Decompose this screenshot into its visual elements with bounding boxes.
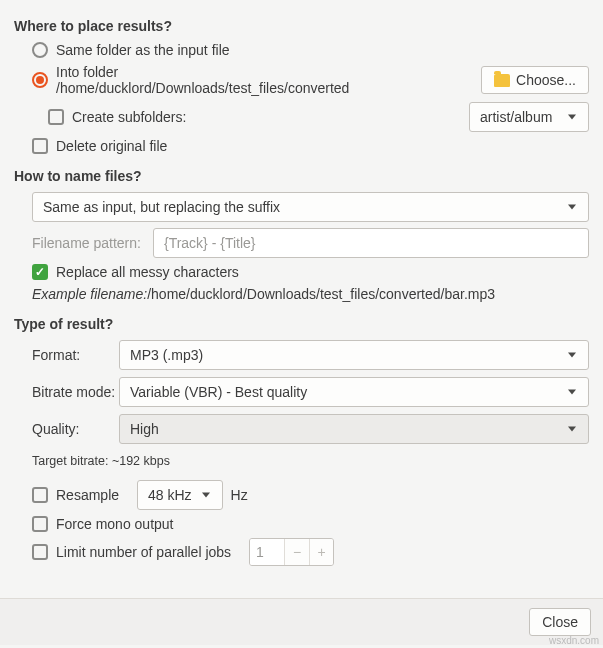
bitrate-mode-select[interactable]: Variable (VBR) - Best quality — [119, 377, 589, 407]
target-bitrate: Target bitrate: ~192 kbps — [14, 454, 589, 468]
select-value: High — [130, 421, 159, 437]
check-label: Resample — [56, 487, 119, 503]
check-force-mono[interactable]: Force mono output — [14, 516, 589, 532]
example-value: /home/ducklord/Downloads/test_files/conv… — [147, 286, 495, 302]
format-label: Format: — [14, 347, 119, 363]
check-delete-original[interactable]: Delete original file — [14, 138, 589, 154]
section-result-title: Type of result? — [14, 316, 589, 332]
select-value: artist/album — [480, 109, 552, 125]
jobs-value: 1 — [250, 539, 285, 565]
section-place-title: Where to place results? — [14, 18, 589, 34]
choose-label: Choose... — [516, 72, 576, 88]
resample-select[interactable]: 48 kHz — [137, 480, 223, 510]
folder-icon — [494, 74, 510, 87]
pattern-input: {Track} - {Title} — [153, 228, 589, 258]
quality-select[interactable]: High — [119, 414, 589, 444]
close-button[interactable]: Close — [529, 608, 591, 636]
check-replace-messy[interactable]: Replace all messy characters — [14, 264, 589, 280]
check-create-subfolders[interactable]: Create subfolders: — [48, 109, 186, 125]
example-label: Example filename: — [32, 286, 147, 302]
checkbox-icon — [32, 544, 48, 560]
check-label: Limit number of parallel jobs — [56, 544, 231, 560]
jobs-stepper: 1 − + — [249, 538, 334, 566]
dialog-footer: Close — [0, 598, 603, 645]
quality-label: Quality: — [14, 421, 119, 437]
pattern-label: Filename pattern: — [32, 235, 141, 251]
bitrate-mode-label: Bitrate mode: — [14, 384, 119, 400]
checkbox-icon — [32, 516, 48, 532]
choose-folder-button[interactable]: Choose... — [481, 66, 589, 94]
check-label: Delete original file — [56, 138, 167, 154]
radio-into-folder[interactable]: Into folder /home/ducklord/Downloads/tes… — [32, 64, 349, 96]
radio-label: Same folder as the input file — [56, 42, 230, 58]
subfolder-pattern-select[interactable]: artist/album — [469, 102, 589, 132]
select-value: Same as input, but replacing the suffix — [43, 199, 280, 215]
format-select[interactable]: MP3 (.mp3) — [119, 340, 589, 370]
example-filename: Example filename: /home/ducklord/Downloa… — [14, 286, 589, 302]
into-folder-prefix: Into folder — [56, 64, 118, 80]
radio-label: Into folder /home/ducklord/Downloads/tes… — [56, 64, 349, 96]
jobs-increment[interactable]: + — [309, 539, 333, 565]
checkbox-icon — [32, 487, 48, 503]
pattern-value: {Track} - {Title} — [164, 235, 256, 251]
radio-icon — [32, 72, 48, 88]
jobs-decrement[interactable]: − — [285, 539, 309, 565]
select-value: MP3 (.mp3) — [130, 347, 203, 363]
check-resample[interactable]: Resample — [32, 487, 119, 503]
checkbox-icon — [32, 264, 48, 280]
section-name-title: How to name files? — [14, 168, 589, 184]
check-limit-jobs[interactable]: Limit number of parallel jobs — [32, 544, 231, 560]
watermark: wsxdn.com — [549, 635, 599, 645]
check-label: Replace all messy characters — [56, 264, 239, 280]
select-value: 48 kHz — [148, 487, 192, 503]
into-folder-path: /home/ducklord/Downloads/test_files/conv… — [56, 80, 349, 96]
radio-same-folder[interactable]: Same folder as the input file — [14, 42, 589, 58]
check-label: Create subfolders: — [72, 109, 186, 125]
checkbox-icon — [32, 138, 48, 154]
close-label: Close — [542, 614, 578, 630]
hz-label: Hz — [231, 487, 248, 503]
checkbox-icon — [48, 109, 64, 125]
check-label: Force mono output — [56, 516, 174, 532]
name-mode-select[interactable]: Same as input, but replacing the suffix — [32, 192, 589, 222]
radio-icon — [32, 42, 48, 58]
select-value: Variable (VBR) - Best quality — [130, 384, 307, 400]
